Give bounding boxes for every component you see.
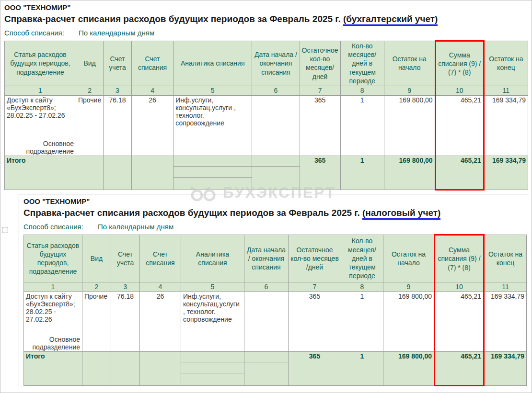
column-header-period-qty: Кол-во месяцев/ дней в текущем периоде <box>340 41 384 86</box>
report-title-highlight: (налоговый учет) <box>362 208 440 220</box>
totals-sub-cell <box>173 177 252 190</box>
writeoff-method-line: Способ списания:По календарным дням <box>4 29 528 37</box>
report-title-text: Справка-расчет списания расходов будущих… <box>23 208 360 218</box>
cell-balance-end: 169 334,79 <box>484 292 527 351</box>
totals-balance-start: 169 800,00 <box>383 351 435 385</box>
report-block-accounting: ООО "ТЕХНОМИР" Справка-расчет списания р… <box>0 0 532 191</box>
column-header-account: Счет учета <box>104 41 132 86</box>
totals-period-qty: 1 <box>341 351 383 385</box>
cell-remaining: 365 <box>300 95 340 156</box>
column-header-article: Статья расходов будущих периодов, подраз… <box>24 235 82 282</box>
cell-writeoff-sum: 465,21 <box>435 95 484 156</box>
table-header-row: Статья расходов будущих периодов, подраз… <box>24 235 527 282</box>
column-header-balance-end: Остаток на конец <box>484 235 527 282</box>
column-number: 6 <box>252 86 300 95</box>
column-number: 7 <box>300 86 340 95</box>
report-block-tax: ООО "ТЕХНОМИР" Справка-расчет списания р… <box>19 194 529 386</box>
cell-period-qty: 1 <box>340 95 384 156</box>
column-number: 11 <box>484 86 528 95</box>
column-number: 4 <box>131 86 173 95</box>
totals-empty <box>76 156 103 190</box>
report-title-highlight: (бухгалтерский учет) <box>343 14 438 26</box>
totals-balance-end: 169 334,79 <box>484 351 527 385</box>
column-header-article: Статья расходов будущих периодов, подраз… <box>5 41 76 86</box>
totals-sub-cell <box>252 166 300 190</box>
column-header-writeoff-account: Счет списания <box>131 41 173 86</box>
cell-dates <box>252 95 300 156</box>
totals-balance-end: 169 334,79 <box>484 156 528 190</box>
totals-row: Итого 365 1 169 800,00 465,21 169 334,79 <box>5 156 528 166</box>
column-number: 6 <box>244 282 289 292</box>
totals-sub-cell <box>173 166 252 177</box>
totals-empty <box>111 351 140 385</box>
column-number: 9 <box>384 86 435 95</box>
totals-sub-cell <box>173 156 252 166</box>
cell-kind: Прочие <box>82 292 111 351</box>
column-number: 7 <box>289 282 341 292</box>
cell-article: Доступ к сайту «БухЭксперт8»; 28.02.25 -… <box>5 95 76 156</box>
totals-sub-cell <box>244 351 289 362</box>
writeoff-method-line: Способ списания:По календарным дням <box>23 223 529 231</box>
totals-empty <box>131 156 173 190</box>
column-header-kind: Вид <box>82 235 111 282</box>
cell-remaining: 365 <box>289 292 341 351</box>
collapse-group-button[interactable]: − <box>2 227 8 233</box>
column-number: 10 <box>435 282 484 292</box>
column-header-writeoff-sum: Сумма списания (9) / (7) * (8) <box>435 235 484 282</box>
column-number: 9 <box>383 282 435 292</box>
expense-table-tax: Статья расходов будущих периодов, подраз… <box>23 234 527 386</box>
totals-writeoff-sum: 465,21 <box>435 351 484 385</box>
totals-writeoff-sum: 465,21 <box>435 156 484 190</box>
method-value: По календарным дням <box>98 223 173 231</box>
table-header-row: Статья расходов будущих периодов, подраз… <box>5 41 528 86</box>
column-number: 3 <box>104 86 132 95</box>
method-label: Способ списания: <box>23 223 83 231</box>
column-number: 10 <box>435 86 484 95</box>
column-header-writeoff-account: Счет списания <box>140 235 181 282</box>
totals-sub-cell <box>244 362 289 385</box>
table-row: Доступ к сайту «БухЭксперт8»; 28.02.25 -… <box>24 292 527 351</box>
totals-remaining: 365 <box>289 351 341 385</box>
expense-table-accounting: Статья расходов будущих периодов, подраз… <box>4 40 528 191</box>
column-header-remaining: Остаточное кол-во месяцев /дней <box>289 235 341 282</box>
column-header-kind: Вид <box>76 41 103 86</box>
totals-sub-cell <box>252 156 300 166</box>
totals-label: Итого <box>5 156 76 190</box>
cell-article: Доступ к сайту «БухЭксперт8»; 28.02.25 -… <box>24 292 82 351</box>
totals-sub-cell <box>181 362 244 373</box>
department-text: Основное подразделение <box>7 140 74 155</box>
cell-balance-start: 169 800,00 <box>384 95 435 156</box>
totals-remaining: 365 <box>300 156 340 190</box>
column-number: 5 <box>173 86 252 95</box>
cell-writeoff-account: 26 <box>131 95 173 156</box>
totals-sub-cell <box>181 373 244 385</box>
column-number: 3 <box>111 282 140 292</box>
column-header-period-qty: Кол-во месяцев/ дней в текущем периоде <box>341 235 383 282</box>
column-header-balance-start: Остаток на начало <box>384 41 435 86</box>
report-viewer: ООО "ТЕХНОМИР" Справка-расчет списания р… <box>0 0 532 393</box>
report-title: Справка-расчет списания расходов будущих… <box>23 208 529 218</box>
column-number: 8 <box>341 282 383 292</box>
department-text: Основное подразделение <box>26 336 80 351</box>
column-number: 8 <box>340 86 384 95</box>
totals-balance-start: 169 800,00 <box>384 156 435 190</box>
report-title: Справка-расчет списания расходов будущих… <box>4 14 528 24</box>
totals-empty <box>82 351 111 385</box>
column-header-dates: Дата начала / окончания списания <box>244 235 289 282</box>
cell-writeoff-account: 26 <box>140 292 181 351</box>
cell-account: 76.18 <box>111 292 140 351</box>
totals-sub-cell <box>181 351 244 362</box>
column-number: 2 <box>76 86 103 95</box>
cell-account: 76.18 <box>104 95 132 156</box>
totals-row: Итого 365 1 169 800,00 465,21 169 334,79 <box>24 351 527 362</box>
column-number-row: 1 2 3 4 5 6 7 8 9 10 11 <box>24 282 527 292</box>
cell-dates <box>244 292 289 351</box>
cell-kind: Прочие <box>76 95 103 156</box>
column-header-balance-end: Остаток на конец <box>484 41 528 86</box>
cell-period-qty: 1 <box>341 292 383 351</box>
column-number: 2 <box>82 282 111 292</box>
totals-empty <box>104 156 132 190</box>
table-row: Доступ к сайту «БухЭксперт8»; 28.02.25 -… <box>5 95 528 156</box>
company-name: ООО "ТЕХНОМИР" <box>4 3 528 11</box>
column-number: 5 <box>181 282 244 292</box>
